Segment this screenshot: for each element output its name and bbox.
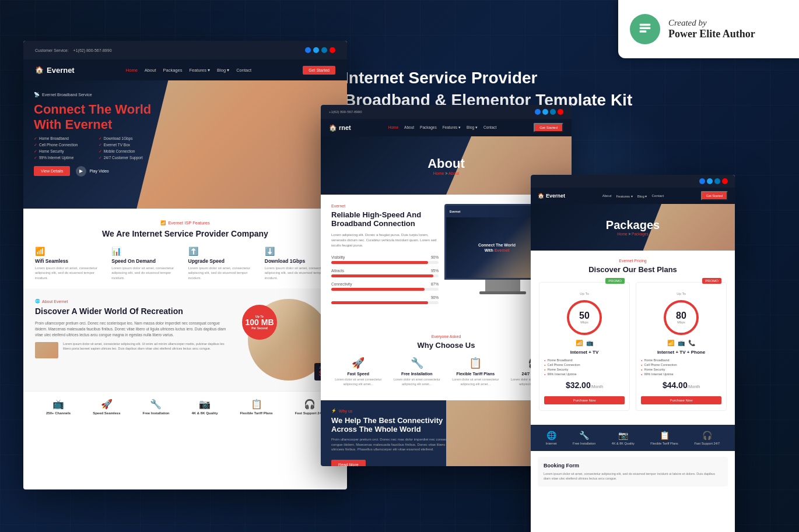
home-navbar: 🏠 Evernet Home About Packages Features ▾… [23, 59, 347, 80]
pkg-quality-label: 4K & 8K Quality [612, 442, 635, 445]
about-nav-about[interactable]: About [404, 125, 414, 130]
pkg-nav-about[interactable]: About [602, 194, 612, 198]
features-badge: 📶 Evernet ISP Features [35, 220, 335, 226]
footer-icon-speed: 🚀 Speed Seamless [93, 399, 120, 415]
nav-about[interactable]: About [145, 68, 156, 73]
connectivity-track [331, 288, 439, 291]
pkg-icons-bar: 🌐 Internet 🔧 Free Installation 📷 4K & 8K… [531, 425, 735, 451]
nav-packages[interactable]: Packages [163, 68, 182, 73]
pkg-get-started-button[interactable]: Get Started [701, 191, 728, 200]
upgrade-name: Upgrade Speed [188, 258, 259, 264]
why-us-icon: ⚡ [331, 408, 337, 413]
about-sub-text: Lorem ipsum dolor sit amet, consectetur … [63, 342, 233, 351]
tariff-label: Flexible Tariff Plans [240, 411, 272, 415]
booking-form: Booking Form Lorem ipsum dolor sit amet,… [538, 457, 728, 487]
facebook-icon[interactable] [305, 47, 311, 53]
about-fb-icon[interactable] [535, 109, 541, 115]
monitor-base [479, 291, 526, 294]
plan-f3-1: Home Security [544, 368, 625, 371]
features-section: 📶 Evernet ISP Features We Are Internet S… [23, 209, 347, 288]
pkg-hero-title: Packages [606, 219, 660, 232]
about-nav-home[interactable]: Home [388, 125, 398, 130]
home-icon: 🏠 [35, 66, 44, 74]
hero-title: Connect The World With Evernet [34, 102, 151, 133]
progress-visibility-label: Visibility 90% [331, 255, 439, 259]
twitter-icon[interactable] [313, 47, 319, 53]
nav-features[interactable]: Features ▾ [189, 68, 210, 73]
get-started-button[interactable]: Get Started [303, 66, 335, 75]
badge-icon [637, 21, 653, 37]
play-video-button[interactable]: ▶ Play Video [76, 166, 108, 177]
rss-icon: 📡 [34, 92, 40, 97]
why-grid: 🚀 Fast Speed Lorem dolor sit amet consec… [331, 357, 561, 386]
about-get-started-button[interactable]: Get Started [534, 123, 563, 132]
plan-f4-2: 99% Internet Uptime [641, 372, 721, 376]
about-nav-packages[interactable]: Packages [420, 125, 437, 130]
hero-badge-text: Evernet Broadband Service [42, 93, 92, 97]
period-1: /Month [591, 385, 603, 389]
pkg-quality-icon: 📷 [618, 431, 628, 440]
pkg-fb-icon[interactable] [699, 178, 705, 184]
about-content-badge: Evernet [331, 204, 439, 208]
pkg-icon-quality: 📷 4K & 8K Quality [612, 431, 635, 445]
visibility-track [331, 261, 439, 264]
feature-8: 24/7 Customer Support [99, 156, 152, 160]
linkedin-icon[interactable] [321, 47, 327, 53]
about-nav-contact[interactable]: Contact [483, 125, 496, 130]
connect-badge: ⚡ Why us [331, 408, 458, 413]
nav-contact[interactable]: Contact [236, 68, 251, 73]
footer-icon-support: 🎧 Fast Support 24/7 [295, 399, 324, 415]
wrench-icon: 🔧 [150, 399, 162, 410]
about-desc: Proin ullamcorper pretium orci. Donec ne… [35, 320, 233, 337]
author-label: Power Elite Author [668, 28, 755, 40]
upgrade-desc: Lorem ipsum dolor sit amet, consectetur … [188, 266, 259, 280]
svg-rect-1 [640, 27, 651, 30]
speed-circle-2: 80 Mbps [664, 300, 699, 335]
connect-title: We Help The Best Connectivity Across The… [331, 416, 458, 434]
about-yt-icon[interactable] [558, 109, 563, 115]
feature-2: Download 1Gbps [99, 136, 152, 141]
speed-unit-2: Mbps [677, 320, 685, 324]
attracts-track [331, 274, 439, 277]
pkg-nav-contact[interactable]: Contact [651, 194, 664, 198]
nav-blog[interactable]: Blog ▾ [217, 68, 229, 73]
p4-track [331, 301, 439, 304]
purchase-button-1[interactable]: Purchase Now [544, 396, 625, 404]
attracts-value: 95% [431, 269, 439, 273]
pkg-li-icon[interactable] [714, 178, 720, 184]
hero-buttons: View Details ▶ Play Video [34, 166, 151, 177]
pkg-nav-features[interactable]: Features ▾ [616, 194, 632, 198]
youtube-icon[interactable] [330, 47, 335, 53]
free-install-label: Free Installation [573, 442, 595, 445]
connect-content: ⚡ Why us We Help The Best Connectivity A… [331, 408, 458, 466]
progress-connectivity: Connectivity 87% [331, 282, 439, 291]
about-phone: +1(62) 800-567-8990 [329, 110, 362, 114]
pkg-navbar: 🏠 Evernet About Features ▾ Blog ▾ Contac… [531, 188, 735, 204]
about-li-icon[interactable] [550, 109, 556, 115]
progress-connectivity-label: Connectivity 87% [331, 282, 439, 286]
read-more-button[interactable]: Read More [331, 460, 366, 466]
about-tw-icon[interactable] [542, 109, 548, 115]
about-hero-text: About Home > About [427, 156, 465, 175]
about-content-title: Reliable High-Speed And Broadband Connec… [331, 210, 439, 228]
pkg-tw-icon[interactable] [707, 178, 713, 184]
about-breadcrumb: Home > About [427, 171, 465, 175]
nav-home[interactable]: Home [126, 68, 138, 73]
fast-speed-title: Fast Speed [331, 372, 386, 376]
about-title: Discover A Wider World Of Recreation [35, 306, 233, 316]
about-content-left: Evernet Reliable High-Speed And Broadban… [331, 204, 439, 311]
view-details-button[interactable]: View Details [34, 166, 70, 176]
home-hero: 📡 Evernet Broadband Service Connect The … [23, 80, 347, 209]
hero-brand: Evernet [65, 117, 113, 132]
pkg-nav-blog[interactable]: Blog ▾ [637, 194, 647, 198]
pkg-yt-icon[interactable] [722, 178, 728, 184]
purchase-button-2[interactable]: Purchase Now [641, 396, 721, 404]
pkg-bc-home: Home [617, 232, 627, 236]
plan-features-1: Home Broadband Cell Phone Connection Hom… [544, 358, 625, 376]
free-install-icon: 🔧 [579, 431, 589, 440]
about-nav-blog[interactable]: Blog ▾ [467, 125, 478, 130]
about-nav-features[interactable]: Features ▾ [443, 125, 461, 130]
attracts-fill [331, 274, 433, 277]
home-nav-left: Customer Service: +1(62) 800-567-8990 [35, 48, 112, 52]
why-tariff: 📋 Flexible Tariff Plans Lorem dolor sit … [448, 357, 503, 386]
